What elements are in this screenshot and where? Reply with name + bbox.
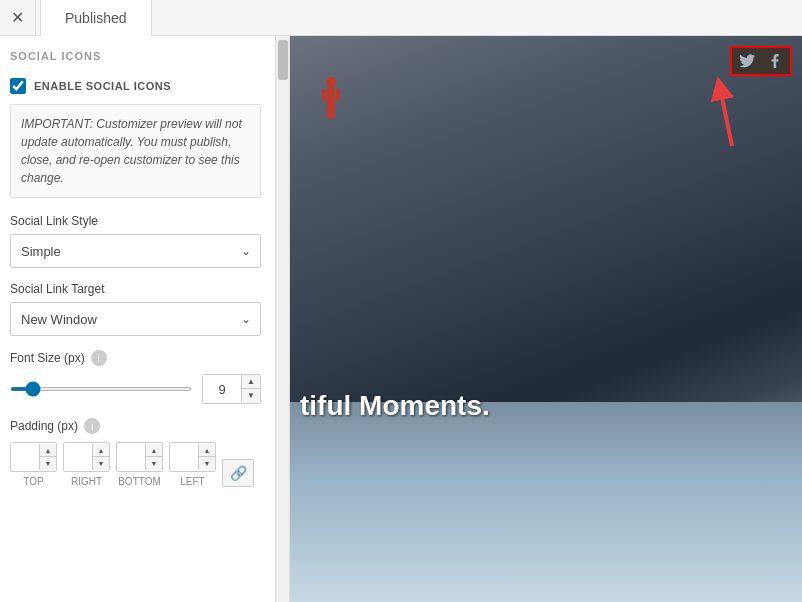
svg-rect-2	[327, 105, 331, 119]
padding-top-cell: ▲ ▼ TOP	[10, 442, 57, 487]
info-box: IMPORTANT: Customizer preview will not u…	[10, 104, 261, 198]
close-button[interactable]: ✕	[0, 0, 36, 36]
padding-right-cell: ▲ ▼ RIGHT	[63, 442, 110, 487]
padding-info-icon-text: i	[91, 421, 93, 432]
info-icon-text: i	[98, 353, 100, 364]
twitter-icon-preview	[734, 50, 760, 72]
font-size-input-wrapper: ▲ ▼	[202, 374, 261, 404]
padding-bottom-label: BOTTOM	[118, 476, 161, 487]
padding-top-up-button[interactable]: ▲	[40, 444, 56, 457]
padding-top-spinners: ▲ ▼	[39, 444, 56, 470]
font-size-up-button[interactable]: ▲	[242, 375, 260, 389]
svg-rect-5	[336, 89, 340, 101]
scrollbar[interactable]	[275, 36, 289, 602]
padding-label: Padding (px)	[10, 419, 78, 433]
padding-left-down-button[interactable]: ▼	[199, 457, 215, 470]
padding-right-label: RIGHT	[71, 476, 102, 487]
padding-right-down-button[interactable]: ▼	[93, 457, 109, 470]
enable-row: ENABLE SOCIAL ICONS	[10, 78, 261, 94]
padding-bottom-input[interactable]	[117, 443, 145, 471]
padding-right-spinbox: ▲ ▼	[63, 442, 110, 472]
red-arrow-indicator	[662, 76, 742, 156]
social-link-style-wrapper: Simple Circle Square ⌄	[10, 234, 261, 268]
padding-link-cell: 🔗	[222, 459, 254, 487]
svg-rect-1	[327, 87, 335, 107]
font-size-label: Font Size (px)	[10, 351, 85, 365]
font-size-input[interactable]	[203, 375, 241, 403]
padding-left-cell: ▲ ▼ LEFT	[169, 442, 216, 487]
svg-line-7	[720, 88, 732, 146]
padding-left-input[interactable]	[170, 443, 198, 471]
padding-bottom-cell: ▲ ▼ BOTTOM	[116, 442, 163, 487]
padding-info-icon[interactable]: i	[84, 418, 100, 434]
font-size-slider-row: ▲ ▼	[10, 374, 261, 404]
font-size-slider[interactable]	[10, 387, 192, 391]
padding-right-spinners: ▲ ▼	[92, 444, 109, 470]
social-link-target-wrapper: New Window Same Window ⌄	[10, 302, 261, 336]
padding-right-up-button[interactable]: ▲	[93, 444, 109, 457]
padding-left-spinners: ▲ ▼	[198, 444, 215, 470]
font-size-spinners: ▲ ▼	[241, 375, 260, 403]
font-size-info-icon[interactable]: i	[91, 350, 107, 366]
padding-left-label: LEFT	[180, 476, 204, 487]
padding-top-label: TOP	[23, 476, 43, 487]
padding-left-up-button[interactable]: ▲	[199, 444, 215, 457]
svg-rect-3	[331, 105, 335, 119]
sea-area	[290, 402, 802, 602]
enable-label: ENABLE SOCIAL ICONS	[34, 80, 171, 92]
padding-top-down-button[interactable]: ▼	[40, 457, 56, 470]
published-tab[interactable]: Published	[40, 0, 152, 36]
padding-left-spinbox: ▲ ▼	[169, 442, 216, 472]
svg-point-0	[326, 77, 336, 87]
enable-checkbox[interactable]	[10, 78, 26, 94]
scroll-thumb	[278, 40, 288, 80]
preview-area: tiful Moments.	[290, 36, 802, 602]
padding-top-spinbox: ▲ ▼	[10, 442, 57, 472]
facebook-icon-preview	[762, 50, 788, 72]
padding-link-icon[interactable]: 🔗	[222, 459, 254, 487]
person-figure	[320, 76, 342, 133]
padding-right-input[interactable]	[64, 443, 92, 471]
close-icon: ✕	[11, 8, 24, 27]
padding-inputs: ▲ ▼ TOP ▲ ▼ RIGHT	[10, 442, 261, 487]
published-tab-label: Published	[65, 10, 127, 26]
padding-bottom-spinbox: ▲ ▼	[116, 442, 163, 472]
preview-text: tiful Moments.	[300, 390, 490, 422]
social-icons-preview	[730, 46, 792, 76]
info-text: IMPORTANT: Customizer preview will not u…	[21, 115, 250, 187]
padding-bottom-up-button[interactable]: ▲	[146, 444, 162, 457]
font-size-down-button[interactable]: ▼	[242, 389, 260, 403]
social-link-target-label: Social Link Target	[10, 282, 261, 296]
padding-bottom-spinners: ▲ ▼	[145, 444, 162, 470]
social-link-style-label: Social Link Style	[10, 214, 261, 228]
padding-top-input[interactable]	[11, 443, 39, 471]
padding-bottom-down-button[interactable]: ▼	[146, 457, 162, 470]
svg-rect-4	[322, 89, 326, 101]
left-panel: SOCIAL ICONS ENABLE SOCIAL ICONS IMPORTA…	[0, 36, 290, 602]
top-bar: ✕ Published	[0, 0, 802, 36]
main-content: SOCIAL ICONS ENABLE SOCIAL ICONS IMPORTA…	[0, 36, 802, 602]
cliff-background: tiful Moments.	[290, 36, 802, 602]
section-title: SOCIAL ICONS	[10, 50, 261, 62]
font-size-row: Font Size (px) i	[10, 350, 261, 366]
social-link-style-select[interactable]: Simple Circle Square	[10, 234, 261, 268]
padding-row: Padding (px) i	[10, 418, 261, 434]
social-link-target-select[interactable]: New Window Same Window	[10, 302, 261, 336]
